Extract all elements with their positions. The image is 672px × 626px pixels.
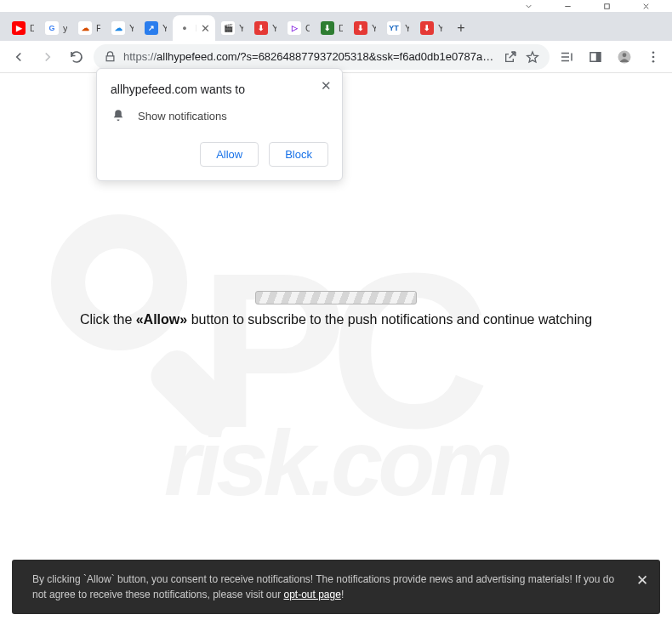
consent-bar: ✕ By clicking `Allow` button, you consen… [12, 560, 660, 614]
tab-strip: ▶DGy☁F☁Y↗Y●P✕🎬Y⬇Y▷C⬇D⬇YYTY⬇Y+ [0, 12, 672, 41]
favicon-icon: 🎬 [221, 21, 235, 35]
window-maximize-icon[interactable] [587, 0, 626, 12]
svg-rect-1 [604, 3, 609, 9]
forward-button[interactable] [36, 45, 60, 69]
window-minimize-icon[interactable] [548, 0, 587, 12]
tab-label: F [96, 23, 100, 33]
prompt-item: Show notifications [138, 110, 227, 122]
tab-label: Y [129, 23, 134, 33]
browser-tab[interactable]: ☁Y [106, 15, 139, 41]
instruction-text: Click the «Allow» button to subscribe to… [0, 312, 672, 327]
side-panel-icon[interactable] [584, 45, 607, 69]
tab-close-icon[interactable]: ✕ [201, 23, 210, 34]
allow-button[interactable]: Allow [200, 142, 259, 167]
window-close-icon[interactable] [626, 0, 665, 12]
back-button[interactable] [7, 45, 31, 69]
browser-tab[interactable]: Gy [40, 15, 72, 41]
favicon-icon: ⬇ [254, 21, 268, 35]
lock-icon [104, 50, 117, 63]
svg-point-5 [623, 53, 627, 57]
favicon-icon: YT [387, 21, 401, 35]
favicon-icon: ▶ [12, 21, 26, 35]
browser-tab[interactable]: ☁F [73, 15, 105, 41]
block-button[interactable]: Block [269, 142, 328, 167]
permission-prompt: ✕ allhypefeed.com wants to Show notifica… [96, 68, 343, 181]
consent-close-icon[interactable]: ✕ [636, 570, 648, 592]
tab-label: Y [405, 23, 409, 33]
loading-bar [255, 291, 417, 304]
prompt-close-icon[interactable]: ✕ [321, 79, 332, 92]
window-chevron-icon[interactable] [509, 0, 548, 12]
browser-tab[interactable]: ⬇Y [415, 15, 447, 41]
share-icon[interactable] [504, 50, 517, 64]
svg-rect-3 [596, 52, 601, 61]
address-bar[interactable]: https://allhypefeed.com/?s=6826488779372… [94, 44, 550, 70]
browser-tab[interactable]: ⬇Y [349, 15, 381, 41]
browser-tab[interactable]: ⬇D [316, 15, 348, 41]
browser-tab[interactable]: 🎬Y [216, 15, 248, 41]
svg-point-6 [652, 51, 655, 54]
new-tab-button[interactable]: + [448, 15, 474, 41]
favicon-icon: ⬇ [354, 21, 367, 35]
tab-label: D [339, 23, 343, 33]
reading-list-icon[interactable] [555, 45, 578, 69]
favicon-icon: ☁ [111, 21, 125, 35]
profile-icon[interactable] [612, 45, 636, 69]
star-icon[interactable] [526, 50, 539, 64]
favicon-icon: ⬇ [321, 21, 334, 35]
menu-icon[interactable] [641, 45, 665, 69]
tab-label: Y [272, 23, 276, 33]
tab-label: Y [372, 23, 376, 33]
prompt-origin: allhypefeed.com wants to [111, 83, 328, 96]
watermark: PC risk.com [26, 210, 646, 558]
browser-tab[interactable]: YTY [382, 15, 414, 41]
favicon-icon: ⬇ [420, 21, 434, 35]
opt-out-link[interactable]: opt-out page [284, 589, 341, 600]
svg-point-7 [652, 55, 655, 58]
favicon-icon: ● [178, 21, 191, 35]
browser-tab[interactable]: ▶D [7, 15, 39, 41]
browser-tab[interactable]: ⬇Y [249, 15, 282, 41]
tab-label: Y [438, 23, 442, 33]
bell-icon [111, 108, 126, 123]
tab-label: y [63, 23, 67, 33]
tab-label: P [196, 23, 196, 33]
tab-label: D [30, 23, 34, 33]
tab-label: C [305, 23, 310, 33]
browser-tab[interactable]: ↗Y [140, 15, 172, 41]
reload-button[interactable] [65, 45, 88, 69]
favicon-icon: G [45, 21, 59, 35]
url-text: https://allhypefeed.com/?s=6826488779372… [123, 50, 497, 63]
tab-label: Y [162, 23, 167, 33]
favicon-icon: ☁ [78, 21, 92, 35]
browser-tab[interactable]: ●P✕ [173, 15, 215, 41]
svg-point-8 [652, 60, 655, 62]
browser-tab[interactable]: ▷C [282, 15, 315, 41]
favicon-icon: ↗ [145, 21, 158, 35]
tab-label: Y [239, 23, 243, 33]
favicon-icon: ▷ [288, 21, 301, 35]
